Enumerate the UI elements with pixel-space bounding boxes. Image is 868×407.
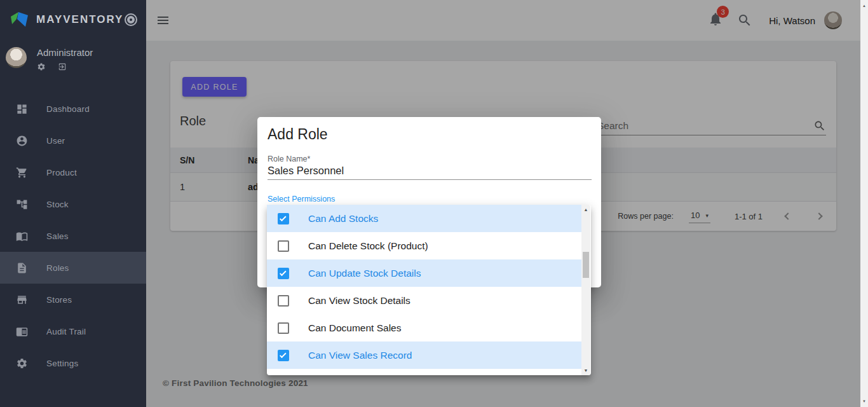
scroll-up-icon[interactable]: ▲ <box>860 4 868 8</box>
role-name-input[interactable] <box>268 162 592 180</box>
permission-label: Can View Stock Details <box>308 295 410 307</box>
brand-name: MAYVENTORY <box>36 13 125 26</box>
sidebar-item-user[interactable]: User <box>0 125 146 156</box>
permission-option[interactable]: Can Document Sales <box>267 314 581 341</box>
permission-option[interactable]: Can Update Stock Details <box>267 259 581 287</box>
sidebar-item-sales[interactable]: Sales <box>0 220 146 252</box>
scroll-down-icon[interactable]: ▼ <box>860 399 868 403</box>
select-permissions-label: Select Permissions <box>268 195 335 204</box>
sidebar: MAYVENTORY Administrator Dashboard User <box>0 0 146 407</box>
sidebar-item-stores[interactable]: Stores <box>0 284 146 315</box>
sales-book-icon <box>16 230 28 242</box>
logo-row: MAYVENTORY <box>0 0 146 39</box>
page-scrollbar[interactable]: ▲ ▼ <box>860 0 868 407</box>
permission-label: Can Add Stocks <box>308 213 378 224</box>
checkbox[interactable] <box>278 322 289 334</box>
permission-label: Can Update Stock Details <box>308 268 421 279</box>
checkbox[interactable] <box>278 213 289 224</box>
audit-trail-icon <box>16 326 28 338</box>
permission-label: Can Delete Stock (Product) <box>308 240 428 252</box>
profile-settings-icon[interactable] <box>37 62 46 71</box>
sidebar-item-settings[interactable]: Settings <box>0 347 146 379</box>
check-icon <box>280 214 287 221</box>
check-icon <box>280 269 287 276</box>
sidebar-item-stock[interactable]: Stock <box>0 188 146 220</box>
modal-title: Add Role <box>268 126 328 143</box>
profile-section: Administrator <box>0 39 146 83</box>
settings-gear-icon <box>16 357 28 369</box>
profile-role-label: Administrator <box>37 47 93 58</box>
permissions-dropdown: Can Add StocksCan Delete Stock (Product)… <box>267 205 591 375</box>
user-icon <box>16 135 28 147</box>
permission-label: Can Document Sales <box>308 322 401 334</box>
roles-icon <box>16 262 28 274</box>
dropdown-scrollbar[interactable]: ▲ ▼ <box>581 205 590 375</box>
permission-option[interactable]: Can View Sales Record <box>267 341 581 369</box>
app-logo-icon <box>10 11 31 29</box>
stock-tree-icon <box>16 198 28 210</box>
cart-icon <box>16 167 28 179</box>
sidebar-item-audit-trail[interactable]: Audit Trail <box>0 315 146 347</box>
check-icon <box>280 351 287 358</box>
permission-option[interactable]: Can View Stock Details <box>267 287 581 314</box>
scrollbar-thumb[interactable] <box>583 252 589 278</box>
checkbox[interactable] <box>278 268 289 279</box>
permissions-list: Can Add StocksCan Delete Stock (Product)… <box>267 205 581 369</box>
permission-option[interactable]: Can Add Stocks <box>267 205 581 232</box>
logout-icon[interactable] <box>58 62 67 71</box>
status-circle-icon[interactable] <box>125 13 137 26</box>
dashboard-icon <box>16 103 28 115</box>
checkbox[interactable] <box>278 350 289 361</box>
profile-avatar[interactable] <box>6 47 27 68</box>
sidebar-item-roles[interactable]: Roles <box>0 252 146 284</box>
checkbox[interactable] <box>278 240 289 252</box>
sidebar-item-dashboard[interactable]: Dashboard <box>0 93 146 125</box>
permission-option[interactable]: Can Delete Stock (Product) <box>267 232 581 259</box>
checkbox[interactable] <box>278 295 289 307</box>
scroll-down-icon[interactable]: ▼ <box>581 368 590 373</box>
sidebar-item-product[interactable]: Product <box>0 156 146 188</box>
scroll-up-icon[interactable]: ▲ <box>581 207 590 212</box>
permission-label: Can View Sales Record <box>308 350 412 361</box>
sidebar-nav: Dashboard User Product Stock Sales Roles <box>0 93 146 379</box>
app-window: MAYVENTORY Administrator Dashboard User <box>0 0 868 407</box>
store-icon <box>16 294 28 306</box>
